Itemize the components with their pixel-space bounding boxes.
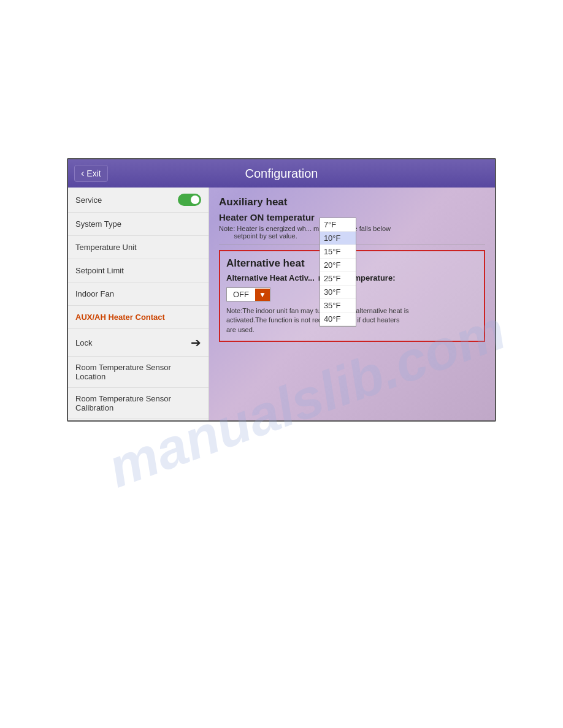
sidebar-item-service[interactable]: Service xyxy=(68,188,209,213)
sidebar-item-aux-ah-label: AUX/AH Heater Contact xyxy=(75,313,165,322)
configuration-screen: ‹ Exit Configuration Service System Type… xyxy=(67,158,496,422)
alt-heat-dropdown-button[interactable]: ▼ xyxy=(255,289,270,301)
lock-arrow-icon: ➔ xyxy=(191,335,201,350)
alt-heat-off-dropdown[interactable]: OFF ▼ xyxy=(226,287,270,301)
option-15f[interactable]: 15°F xyxy=(320,245,356,259)
sidebar-item-lock-label: Lock xyxy=(75,338,92,347)
sidebar-item-system-type[interactable]: System Type xyxy=(68,213,209,236)
back-icon: ‹ xyxy=(81,168,84,179)
option-7f[interactable]: 7°F xyxy=(320,218,356,232)
exit-button[interactable]: ‹ Exit xyxy=(74,165,108,182)
sidebar-item-temperature-unit-label: Temperature Unit xyxy=(75,243,137,252)
sidebar-item-room-temp-calibration-label: Room Temperature Sensor Calibration xyxy=(75,394,201,412)
header-bar: ‹ Exit Configuration xyxy=(68,159,495,188)
sidebar-item-aux-ah-heater-contact[interactable]: AUX/AH Heater Contact xyxy=(68,306,209,329)
sidebar-item-room-temp-sensor-location[interactable]: Room Temperature Sensor Location xyxy=(68,357,209,388)
temperature-dropdown-list[interactable]: 7°F 10°F 15°F 20°F 25°F 30°F 35°F 40°F xyxy=(320,218,356,327)
sidebar-item-temperature-unit[interactable]: Temperature Unit xyxy=(68,236,209,259)
sidebar-item-system-type-label: System Type xyxy=(75,219,121,229)
exit-label: Exit xyxy=(86,169,101,178)
sidebar-item-service-label: Service xyxy=(75,195,102,205)
option-20f[interactable]: 20°F xyxy=(320,259,356,272)
page-title: Configuration xyxy=(245,167,318,181)
service-toggle[interactable] xyxy=(178,194,201,206)
sidebar-item-setpoint-limit-label: Setpoint Limit xyxy=(75,266,124,275)
heater-on-label: Heater ON temperatur xyxy=(219,212,315,222)
main-content: Service System Type Temperature Unit Set… xyxy=(68,188,495,420)
option-25f[interactable]: 25°F xyxy=(320,272,356,286)
aux-heat-title: Auxiliary heat xyxy=(219,196,485,208)
sidebar: Service System Type Temperature Unit Set… xyxy=(68,188,209,420)
option-35f[interactable]: 35°F xyxy=(320,299,356,313)
alt-heat-value: OFF xyxy=(227,288,255,301)
sidebar-item-lock[interactable]: Lock ➔ xyxy=(68,329,209,357)
aux-heat-section: Auxiliary heat Heater ON temperatur 7°F … xyxy=(219,196,485,240)
content-panel: Auxiliary heat Heater ON temperatur 7°F … xyxy=(209,188,495,420)
sidebar-item-room-temp-sensor-calibration[interactable]: Room Temperature Sensor Calibration xyxy=(68,388,209,419)
sidebar-item-indoor-fan[interactable]: Indoor Fan xyxy=(68,282,209,306)
sidebar-item-indoor-fan-label: Indoor Fan xyxy=(75,289,114,298)
sidebar-item-setpoint-limit[interactable]: Setpoint Limit xyxy=(68,259,209,282)
alt-activation-label: Alternative Heat Activ... xyxy=(226,273,315,282)
option-40f[interactable]: 40°F xyxy=(320,313,356,326)
option-10f[interactable]: 10°F xyxy=(320,232,356,245)
sidebar-item-room-temp-location-label: Room Temperature Sensor Location xyxy=(75,363,201,381)
heater-on-row: Heater ON temperatur 7°F 10°F 15°F 20°F … xyxy=(219,212,485,222)
option-30f[interactable]: 30°F xyxy=(320,286,356,299)
